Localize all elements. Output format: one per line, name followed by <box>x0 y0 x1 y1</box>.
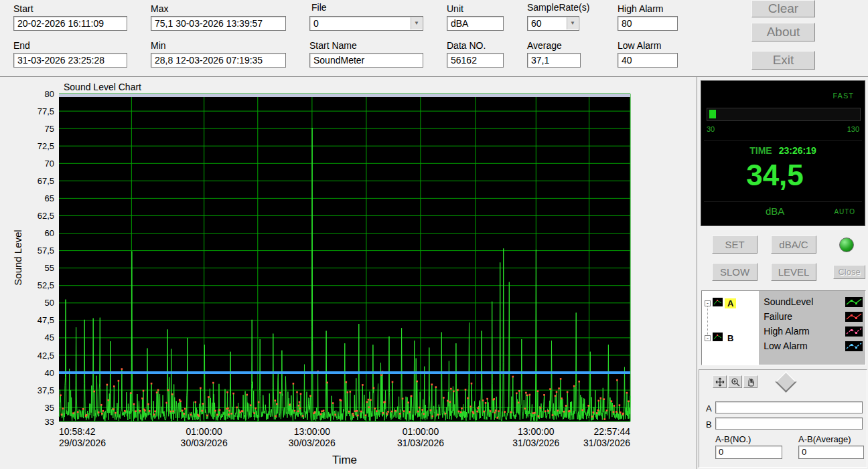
level-button[interactable]: LEVEL <box>771 263 816 281</box>
cursor-panel: A B A-B(NO.) A-B(Average) 0 0 <box>699 369 867 468</box>
cursor-b-label: B <box>706 419 712 430</box>
svg-text:75: 75 <box>45 124 54 134</box>
cursor-move-tool-button[interactable] <box>713 375 727 388</box>
high-alarm-label: High Alarm <box>618 3 663 14</box>
meter-mode-indicator: FAST <box>833 92 854 100</box>
low-alarm-field[interactable]: 40 <box>618 53 678 68</box>
svg-text:Time: Time <box>332 454 357 466</box>
svg-text:62,5: 62,5 <box>38 211 54 221</box>
exit-button[interactable]: Exit <box>751 51 815 70</box>
end-label: End <box>13 40 30 51</box>
sample-rate-label: SampleRate(s) <box>527 2 589 13</box>
current-level-value: 34,5 <box>701 159 849 192</box>
data-no-label: Data NO. <box>447 40 486 51</box>
zoom-tool-button[interactable] <box>728 375 742 388</box>
slow-button[interactable]: SLOW <box>712 263 757 281</box>
time-label: TIME <box>749 145 772 156</box>
meter-range-mode: AUTO <box>834 208 855 215</box>
tree-expander-icon[interactable]: - <box>705 300 711 306</box>
svg-text:31/03/2026: 31/03/2026 <box>397 438 444 448</box>
data-no-field[interactable]: 56162 <box>447 53 504 68</box>
status-led-indicator <box>839 238 854 252</box>
svg-text:31/03/2026: 31/03/2026 <box>583 438 630 448</box>
tree-connector-line <box>707 304 708 335</box>
file-label: File <box>311 2 327 13</box>
cursor-a-field[interactable] <box>715 401 863 413</box>
legend-item-failure[interactable]: Failure <box>759 309 865 324</box>
svg-text:30/03/2026: 30/03/2026 <box>181 438 228 448</box>
svg-text:60: 60 <box>45 228 54 238</box>
about-button[interactable]: About <box>751 23 815 41</box>
start-name-label: Start Name <box>309 40 357 51</box>
file-combobox[interactable]: 0 ▼ <box>309 16 423 31</box>
max-field[interactable]: 75,1 30-03-2026 13:39:57 <box>151 16 286 31</box>
sample-rate-combobox-value: 60 <box>531 18 542 29</box>
svg-text:70: 70 <box>45 159 54 169</box>
min-field[interactable]: 28,8 12-03-2026 07:19:35 <box>151 53 286 68</box>
svg-text:37,5: 37,5 <box>38 385 54 395</box>
header-panel: Start 20-02-2026 16:11:09 End 31-03-2026… <box>0 0 868 77</box>
level-bar-fill <box>709 110 716 118</box>
svg-text:57,5: 57,5 <box>38 246 54 256</box>
svg-text:13:00:00: 13:00:00 <box>294 426 331 437</box>
svg-text:01:00:00: 01:00:00 <box>186 426 222 437</box>
sample-rate-combobox-arrow-icon[interactable]: ▼ <box>567 17 578 29</box>
average-field[interactable]: 37,1 <box>527 53 581 68</box>
svg-text:31/03/2026: 31/03/2026 <box>512 438 559 448</box>
end-field[interactable]: 31-03-2026 23:25:28 <box>13 53 127 68</box>
legend-item-low-alarm[interactable]: Low Alarm <box>759 339 865 353</box>
start-label: Start <box>13 3 33 14</box>
chart-panel: 333537,54042,54547,55052,55557,56062,565… <box>0 77 697 469</box>
file-combobox-value: 0 <box>313 18 319 29</box>
start-name-field[interactable]: SoundMeter <box>309 53 423 68</box>
dbac-button[interactable]: dBA/C <box>771 236 816 254</box>
chart-title: Sound Level Chart <box>64 82 141 92</box>
cursor-b-field[interactable] <box>715 417 863 430</box>
svg-text:10:58:42: 10:58:42 <box>59 426 96 437</box>
max-label: Max <box>151 3 168 14</box>
pan-hand-tool-button[interactable] <box>743 375 757 388</box>
legend-tree-node-a[interactable]: - A <box>705 298 736 308</box>
ab-no-label: A-B(NO.) <box>715 434 751 444</box>
unit-field[interactable]: dBA <box>447 16 504 31</box>
svg-text:47,5: 47,5 <box>38 315 54 325</box>
sound-meter-app-window: Start 20-02-2026 16:11:09 End 31-03-2026… <box>0 0 868 469</box>
legend-tree-node-b[interactable]: - B <box>705 333 736 343</box>
clear-button[interactable]: Clear <box>751 0 815 17</box>
svg-text:30/03/2026: 30/03/2026 <box>289 438 336 448</box>
ab-avg-label: A-B(Average) <box>798 434 851 444</box>
gauge-scale-max: 130 <box>847 125 859 133</box>
legend-item-high-alarm[interactable]: High Alarm <box>759 324 865 339</box>
svg-text:80: 80 <box>45 89 54 99</box>
failure-line-style-icon <box>845 312 863 322</box>
unit-label: Unit <box>447 3 463 14</box>
svg-text:42,5: 42,5 <box>38 351 54 361</box>
min-label: Min <box>151 40 166 51</box>
level-bar-gauge <box>707 108 861 121</box>
legend-item-soundlevel[interactable]: SoundLevel <box>759 294 865 309</box>
svg-text:55: 55 <box>45 263 54 273</box>
set-button[interactable]: SET <box>712 236 757 254</box>
cursor-a-label: A <box>706 403 712 413</box>
legend-node-icon <box>713 298 723 308</box>
svg-text:40: 40 <box>45 368 54 378</box>
svg-text:52,5: 52,5 <box>38 280 54 290</box>
cursor-nav-pad[interactable] <box>775 371 797 393</box>
ab-no-field[interactable]: 0 <box>715 446 782 459</box>
close-button[interactable]: Close <box>833 265 865 279</box>
sample-rate-combobox[interactable]: 60 ▼ <box>527 16 579 31</box>
legend-panel: - A - B SoundLevel <box>701 290 866 365</box>
high-alarm-line-style-icon <box>845 326 863 337</box>
tree-expander-icon[interactable]: - <box>705 335 711 341</box>
ab-avg-field[interactable]: 0 <box>798 446 864 459</box>
high-alarm-field[interactable]: 80 <box>618 16 678 31</box>
low-alarm-label: Low Alarm <box>618 40 661 51</box>
start-field[interactable]: 20-02-2026 16:11:09 <box>13 16 127 31</box>
svg-text:72,5: 72,5 <box>38 141 54 151</box>
legend-node-icon <box>713 333 723 343</box>
svg-text:65: 65 <box>45 193 54 203</box>
svg-text:45: 45 <box>45 333 54 343</box>
average-label: Average <box>527 40 562 51</box>
file-combobox-arrow-icon[interactable]: ▼ <box>411 17 422 29</box>
right-panel: FAST 30 130 TIME23:26:19 34,5 dBA AUTO S… <box>697 77 868 469</box>
